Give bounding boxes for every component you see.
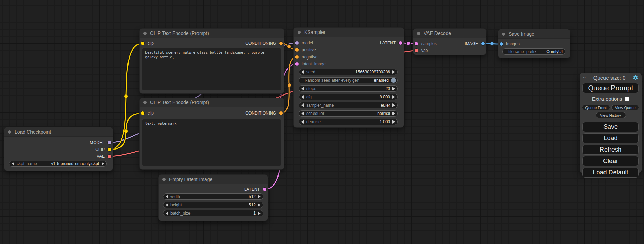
decrement-arrow-icon[interactable]	[166, 211, 168, 215]
increment-arrow-icon[interactable]	[392, 70, 395, 74]
link-dot[interactable]	[407, 42, 411, 45]
port-dot-latent[interactable]	[263, 188, 266, 191]
link-dot[interactable]	[490, 42, 494, 46]
port-dot-conditioning[interactable]	[295, 48, 299, 52]
input-port-vae[interactable]: vae	[415, 47, 428, 54]
widget-height[interactable]: height 512	[163, 202, 263, 208]
save-button[interactable]: Save	[582, 122, 639, 132]
port-dot-clip[interactable]	[141, 42, 144, 45]
increment-arrow-icon[interactable]	[392, 87, 395, 90]
toggle-circle-icon[interactable]	[391, 78, 396, 83]
node-load-checkpoint[interactable]: Load Checkpoint MODEL CLIP VAE ckpt_name…	[4, 127, 113, 171]
input-port-latent-image[interactable]: latent_image	[295, 61, 326, 67]
increment-arrow-icon[interactable]	[258, 195, 261, 198]
widget-batch-size[interactable]: batch_size 1	[163, 210, 263, 216]
collapse-dot-icon[interactable]	[143, 32, 147, 35]
port-dot-image[interactable]	[481, 42, 485, 45]
widget-random-seed-toggle[interactable]: Random seed after every gen enabled	[299, 77, 398, 83]
output-port-latent[interactable]: LATENT	[380, 39, 402, 46]
port-dot-model[interactable]	[108, 141, 111, 144]
increment-arrow-icon[interactable]	[258, 203, 261, 207]
queue-front-button[interactable]: Queue Front	[582, 105, 610, 110]
decrement-arrow-icon[interactable]	[301, 120, 304, 124]
load-default-button[interactable]: Load Default	[582, 168, 639, 178]
increment-arrow-icon[interactable]	[102, 162, 104, 165]
input-port-model[interactable]: model	[295, 39, 313, 46]
decrement-arrow-icon[interactable]	[301, 103, 304, 107]
widget-steps[interactable]: steps 20	[299, 85, 398, 92]
output-port-clip[interactable]: CLIP	[95, 146, 111, 153]
output-port-conditioning[interactable]: CONDITIONING	[245, 40, 283, 47]
increment-arrow-icon[interactable]	[392, 120, 395, 124]
node-empty-latent-image[interactable]: Empty Latent Image LATENT width 512 heig…	[159, 175, 268, 221]
port-dot-latent[interactable]	[399, 41, 402, 45]
input-port-negative[interactable]: negative	[295, 54, 317, 61]
output-port-model[interactable]: MODEL	[90, 139, 111, 146]
graph-canvas[interactable]: Load Checkpoint MODEL CLIP VAE ckpt_name…	[0, 0, 644, 244]
output-port-latent[interactable]: LATENT	[244, 186, 266, 193]
drag-handle-icon[interactable]: ⠿	[583, 75, 586, 80]
load-button[interactable]: Load	[582, 133, 639, 143]
widget-scheduler[interactable]: scheduler normal	[299, 110, 398, 117]
decrement-arrow-icon[interactable]	[12, 162, 14, 165]
collapse-dot-icon[interactable]	[162, 178, 166, 181]
port-dot-latent[interactable]	[295, 62, 299, 66]
decrement-arrow-icon[interactable]	[166, 195, 168, 198]
increment-arrow-icon[interactable]	[258, 211, 261, 215]
widget-sampler-name[interactable]: sampler_name euler	[299, 102, 398, 108]
prompt-text-area[interactable]: text, watermark	[142, 119, 281, 166]
port-dot-model[interactable]	[295, 41, 299, 45]
input-port-clip[interactable]: clip	[141, 40, 154, 47]
clear-button[interactable]: Clear	[582, 156, 639, 166]
port-dot-conditioning[interactable]	[279, 42, 283, 45]
decrement-arrow-icon[interactable]	[301, 70, 304, 74]
view-queue-button[interactable]: View Queue	[611, 105, 639, 110]
link-dot[interactable]	[287, 45, 291, 48]
decrement-arrow-icon[interactable]	[166, 203, 168, 207]
input-port-clip[interactable]: clip	[141, 110, 154, 117]
collapse-dot-icon[interactable]	[8, 130, 11, 134]
decrement-arrow-icon[interactable]	[301, 87, 304, 90]
widget-filename-prefix[interactable]: filename_prefix ComfyUI	[502, 48, 565, 55]
port-dot-vae[interactable]	[108, 155, 111, 158]
node-save-image[interactable]: Save Image images filename_prefix ComfyU…	[498, 29, 570, 58]
port-dot-latent[interactable]	[415, 42, 418, 45]
port-dot-clip[interactable]	[141, 111, 144, 115]
prompt-text-area[interactable]: beautiful scenery nature glass bottle la…	[142, 48, 281, 90]
increment-arrow-icon[interactable]	[392, 95, 395, 99]
collapse-dot-icon[interactable]	[298, 31, 301, 34]
port-dot-conditioning[interactable]	[295, 55, 299, 59]
widget-cfg[interactable]: cfg 8.000	[299, 94, 398, 100]
input-port-images[interactable]: images	[500, 40, 520, 47]
input-port-samples[interactable]: samples	[415, 40, 437, 47]
link-dot[interactable]	[124, 129, 128, 133]
widget-width[interactable]: width 512	[163, 193, 263, 200]
extra-options-checkbox[interactable]	[625, 97, 629, 101]
decrement-arrow-icon[interactable]	[301, 112, 304, 115]
node-ksampler[interactable]: KSampler model LATENT positive negative …	[294, 28, 404, 127]
widget-denoise[interactable]: denoise 1.000	[299, 119, 398, 125]
view-history-button[interactable]: View History	[596, 112, 626, 118]
port-dot-vae[interactable]	[415, 49, 418, 52]
node-clip-text-encode-positive[interactable]: CLIP Text Encode (Prompt) clip CONDITION…	[140, 29, 284, 93]
input-port-positive[interactable]: positive	[295, 46, 316, 53]
collapse-dot-icon[interactable]	[417, 32, 420, 35]
output-port-image[interactable]: IMAGE	[465, 40, 485, 47]
increment-arrow-icon[interactable]	[392, 103, 395, 107]
widget-seed[interactable]: seed 156680208700286	[299, 69, 398, 75]
link-dot[interactable]	[288, 83, 291, 87]
node-vae-decode[interactable]: VAE Decode samples IMAGE vae	[413, 29, 486, 55]
output-port-conditioning[interactable]: CONDITIONING	[245, 110, 283, 117]
collapse-dot-icon[interactable]	[143, 101, 147, 104]
collapse-dot-icon[interactable]	[502, 33, 505, 36]
settings-gear-icon[interactable]	[633, 75, 638, 81]
decrement-arrow-icon[interactable]	[301, 95, 304, 99]
port-dot-clip[interactable]	[108, 148, 111, 151]
port-dot-image[interactable]	[500, 42, 503, 46]
output-port-vae[interactable]: VAE	[97, 153, 111, 160]
increment-arrow-icon[interactable]	[392, 112, 395, 115]
link-dot[interactable]	[124, 94, 128, 98]
widget-ckpt-name[interactable]: ckpt_name v1-5-pruned-emaonly.ckpt	[9, 161, 107, 167]
refresh-button[interactable]: Refresh	[582, 145, 639, 155]
port-dot-conditioning[interactable]	[279, 111, 283, 115]
